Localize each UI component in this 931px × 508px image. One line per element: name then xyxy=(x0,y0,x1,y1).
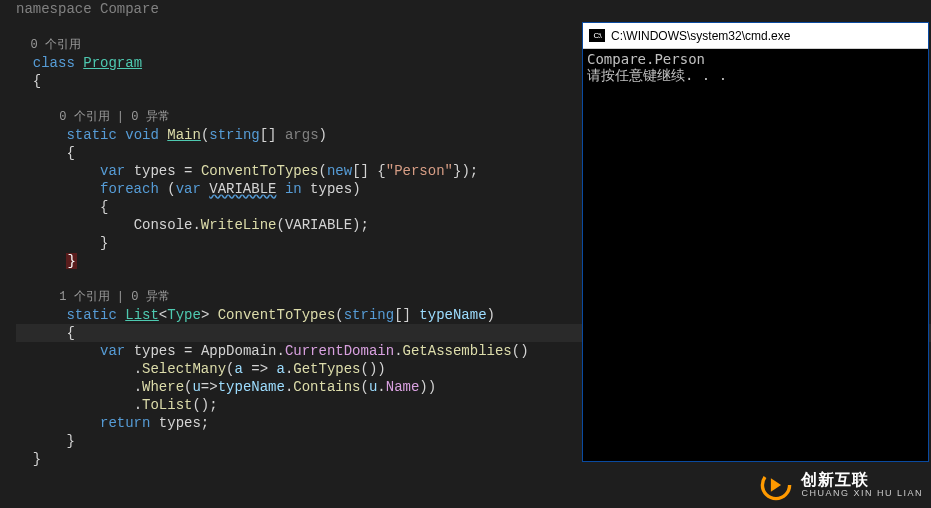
namespace-line: namespace Compare xyxy=(16,0,931,18)
cmd-window[interactable]: C:\ C:\WINDOWS\system32\cmd.exe Compare.… xyxy=(582,22,929,462)
cmd-line-2: 请按任意键继续. . . xyxy=(587,67,727,83)
logo-icon xyxy=(759,468,793,502)
cmd-output[interactable]: Compare.Person 请按任意键继续. . . xyxy=(583,49,928,461)
cmd-line-1: Compare.Person xyxy=(587,51,705,67)
brand-logo: 创新互联 CHUANG XIN HU LIAN xyxy=(759,468,923,502)
cmd-titlebar[interactable]: C:\ C:\WINDOWS\system32\cmd.exe xyxy=(583,23,928,49)
cmd-icon: C:\ xyxy=(589,29,605,42)
cmd-title: C:\WINDOWS\system32\cmd.exe xyxy=(611,27,790,45)
logo-text-en: CHUANG XIN HU LIAN xyxy=(801,489,923,499)
class-name: Program xyxy=(83,55,142,71)
logo-text-cn: 创新互联 xyxy=(801,471,923,489)
